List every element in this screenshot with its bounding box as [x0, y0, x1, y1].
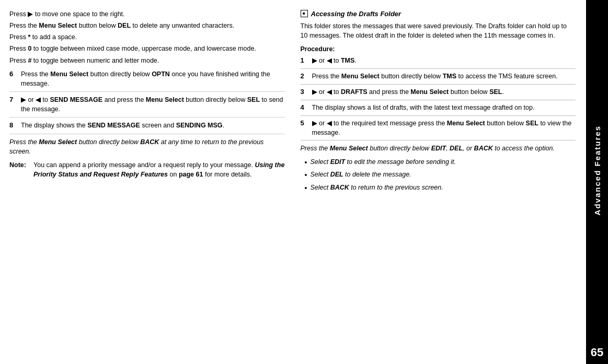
- bullet-2: • Select DEL to delete the message.: [301, 170, 576, 180]
- step-7-text: ▶ or ◀ to SEND MESSAGE and press the Men…: [21, 95, 285, 114]
- step-8: 8 The display shows the SEND MESSAGE scr…: [9, 121, 285, 134]
- step-6-number: 6: [9, 69, 18, 88]
- bullet-dot-1: •: [305, 157, 307, 168]
- bullet-1-text: Select EDIT to edit the message before s…: [310, 157, 456, 168]
- sidebar-label: Advanced Features: [586, 0, 608, 341]
- bullet-dot-2: •: [305, 170, 307, 180]
- bullet-3-text: Select BACK to return to the previous sc…: [310, 183, 443, 193]
- step-8-number: 8: [9, 121, 18, 131]
- right-step-3-number: 3: [301, 87, 309, 97]
- bullet-3: • Select BACK to return to the previous …: [301, 183, 576, 193]
- intro-toggle-numeric: Press # to toggle between numeric and le…: [9, 56, 285, 65]
- bullet-1: • Select EDIT to edit the message before…: [301, 157, 576, 168]
- step-7: 7 ▶ or ◀ to SEND MESSAGE and press the M…: [9, 95, 285, 118]
- right-step-5-number: 5: [301, 119, 309, 137]
- arrow-l5: ◀: [327, 120, 332, 127]
- right-step-2-text: Press the Menu Select button directly be…: [312, 72, 576, 81]
- right-step-2: 2 Press the Menu Select button directly …: [301, 72, 576, 85]
- step-6-text: Press the Menu Select button directly be…: [21, 69, 285, 88]
- intro-add-space: Press * to add a space.: [9, 32, 285, 42]
- intro-press-right: Press ▶ to move one space to the right.: [9, 9, 285, 19]
- right-column: ■ Accessing the Drafts Folder This folde…: [301, 9, 576, 355]
- section-title: Accessing the Drafts Folder: [311, 9, 401, 19]
- step-8-text: The display shows the SEND MESSAGE scree…: [21, 121, 285, 131]
- right-steps: 1 ▶ or ◀ to TMS. 2 Press the Menu Select…: [301, 56, 576, 140]
- bullet-dot-3: •: [305, 183, 307, 193]
- step-7-number: 7: [9, 95, 18, 114]
- section-header: ■ Accessing the Drafts Folder: [301, 9, 576, 19]
- right-step-3: 3 ▶ or ◀ to DRAFTS and press the Menu Se…: [301, 87, 576, 100]
- left-column: Press ▶ to move one space to the right. …: [9, 9, 285, 355]
- section-icon: ■: [301, 10, 308, 17]
- note-text: You can append a priority message and/or…: [33, 160, 285, 179]
- arrow-r1: ▶: [312, 57, 317, 64]
- sidebar-page-number: 65: [586, 341, 608, 364]
- right-sidebar: Advanced Features 65: [586, 0, 608, 364]
- arrow-right-icon: ▶: [28, 10, 33, 18]
- right-step-2-number: 2: [301, 72, 309, 81]
- back-note-italic: Press the Menu Select button directly be…: [9, 137, 285, 156]
- right-step-1-number: 1: [301, 56, 309, 66]
- main-content: Press ▶ to move one space to the right. …: [0, 0, 586, 364]
- note-label: Note:: [9, 160, 29, 179]
- right-step-5: 5 ▶ or ◀ to the required text message pr…: [301, 119, 576, 140]
- right-step-4-text: The display shows a list of drafts, with…: [312, 103, 576, 113]
- intro-menu-del: Press the Menu Select button below DEL t…: [9, 21, 285, 30]
- right-step-4-number: 4: [301, 103, 309, 113]
- intro-toggle-case: Press 0 to toggle between mixed case mod…: [9, 44, 285, 53]
- arrow-r3: ▶: [312, 88, 317, 96]
- right-step-1: 1 ▶ or ◀ to TMS.: [301, 56, 576, 69]
- note-block: Note: You can append a priority message …: [9, 160, 285, 179]
- section-intro: This folder stores the messages that wer…: [301, 21, 576, 40]
- page-number: 65: [591, 346, 603, 359]
- procedure-label: Procedure:: [301, 44, 576, 54]
- arrow-l1: ◀: [327, 57, 332, 64]
- step-6: 6 Press the Menu Select button directly …: [9, 69, 285, 92]
- back-note-italic-2: Press the Menu Select button directly be…: [301, 144, 576, 153]
- arrow-left-icon-7: ◀: [36, 96, 41, 103]
- right-step-4: 4 The display shows a list of drafts, wi…: [301, 103, 576, 116]
- arrow-l3: ◀: [327, 88, 332, 96]
- sidebar-text: Advanced Features: [593, 125, 602, 215]
- arrow-icon-7: ▶: [21, 96, 26, 103]
- right-step-3-text: ▶ or ◀ to DRAFTS and press the Menu Sele…: [312, 87, 576, 97]
- arrow-r5: ▶: [312, 120, 317, 127]
- right-step-5-text: ▶ or ◀ to the required text message pres…: [312, 119, 576, 137]
- right-step-1-text: ▶ or ◀ to TMS.: [312, 56, 576, 66]
- bullet-2-text: Select DEL to delete the message.: [310, 170, 411, 180]
